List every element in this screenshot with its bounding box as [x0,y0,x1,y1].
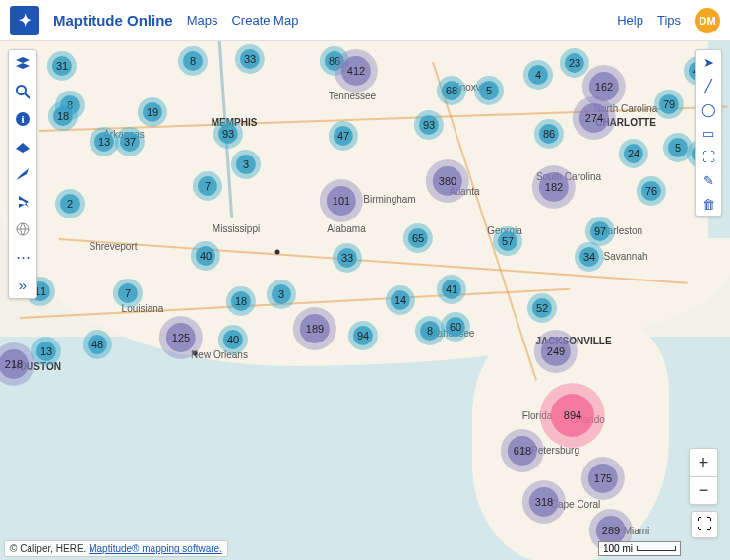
cluster-marker[interactable]: 52 [536,302,548,314]
app-header: ✦ Maptitude Online Maps Create Map Help … [0,0,730,41]
cluster-marker[interactable]: 65 [412,232,424,244]
cluster-marker[interactable]: 218 [5,358,23,370]
cluster-marker[interactable]: 249 [547,345,565,357]
info-icon[interactable]: i [9,105,36,133]
nav-tips[interactable]: Tips [657,13,681,28]
cluster-marker[interactable]: 19 [147,106,158,118]
cluster-marker[interactable]: 4 [535,69,541,81]
cluster-marker[interactable]: 7 [205,180,211,192]
expand-toolbar-icon[interactable]: » [9,271,36,298]
cluster-marker[interactable]: 23 [569,57,580,69]
cluster-marker[interactable]: 34 [583,251,595,263]
rect-draw-icon[interactable]: ▭ [696,121,721,145]
cluster-marker[interactable]: 189 [306,323,324,335]
cluster-marker[interactable]: 86 [543,128,555,140]
cluster-marker[interactable]: 93 [423,119,435,131]
cluster-marker[interactable]: 289 [602,525,620,536]
cluster-marker[interactable]: 97 [594,225,606,237]
search-icon[interactable] [9,78,36,105]
cluster-marker[interactable]: 318 [535,496,553,508]
cluster-marker[interactable]: 60 [450,321,461,333]
cluster-marker[interactable]: 162 [595,81,613,93]
zoom-controls: + − [689,448,718,505]
app-logo-icon: ✦ [10,6,39,35]
cluster-marker[interactable]: 8 [190,55,196,67]
zoom-in-button[interactable]: + [690,449,717,476]
app-title: Maptitude Online [53,12,173,29]
nav-create-map[interactable]: Create Map [231,13,298,28]
svg-text:i: i [21,113,24,125]
cluster-marker[interactable]: 68 [446,85,457,96]
cluster-marker[interactable]: 13 [40,345,52,357]
cluster-marker[interactable]: 76 [645,185,657,197]
cluster-marker[interactable]: 31 [56,60,68,72]
zoom-out-button[interactable]: − [690,476,717,504]
cluster-marker[interactable]: 274 [585,112,603,124]
cluster-marker[interactable]: 48 [91,339,103,350]
globe-icon[interactable] [9,216,36,243]
place-label: Shreveport [90,241,138,252]
cluster-marker[interactable]: 8 [427,325,433,337]
circle-draw-icon[interactable]: ◯ [696,97,721,121]
map-canvas[interactable]: TennesseeArkansasMEMPHISMississippiAlaba… [0,41,730,560]
cluster-marker[interactable]: 13 [98,136,110,148]
fullscreen-button[interactable]: ⛶ [691,511,718,538]
trash-icon[interactable]: 🗑 [696,192,721,216]
right-toolbar: ➤ ╱ ◯ ▭ ⛶ ✎ 🗑 [695,49,722,217]
cluster-marker[interactable]: 5 [486,85,492,96]
left-toolbar: i ⋯ » [8,49,37,299]
user-avatar[interactable]: DM [695,8,720,33]
cluster-marker[interactable]: 125 [172,332,190,343]
line-draw-icon[interactable]: ╱ [696,74,721,97]
cluster-marker[interactable]: 3 [278,288,284,300]
cluster-marker[interactable]: 37 [124,136,136,148]
cluster-marker[interactable]: 2 [67,198,73,210]
edit-draw-icon[interactable]: ✎ [696,168,721,192]
cluster-marker[interactable]: 41 [446,283,457,295]
map-point-marker [275,250,280,255]
attribution-link[interactable]: Maptitude® mapping software. [89,543,222,554]
draw-icon[interactable] [9,160,36,188]
place-label: Savannah [603,251,647,262]
cluster-marker[interactable]: 93 [222,128,234,140]
cluster-marker[interactable]: 40 [227,334,239,345]
cluster-marker[interactable]: 412 [347,65,365,77]
cluster-marker[interactable]: 14 [395,294,406,306]
pointer-icon[interactable]: ➤ [696,50,721,74]
cluster-marker[interactable]: 175 [594,472,612,484]
cluster-marker[interactable]: 57 [502,235,514,247]
place-label: Mississippi [213,223,260,234]
place-label: Birmingham [363,194,415,205]
cluster-marker[interactable]: 94 [357,330,369,342]
place-label: Alabama [327,223,365,234]
svg-line-1 [25,93,30,98]
nav-maps[interactable]: Maps [187,13,218,28]
layers-icon[interactable] [9,50,36,78]
cluster-marker[interactable]: 47 [337,130,349,142]
cluster-marker[interactable]: 182 [545,181,563,193]
svg-point-0 [17,86,26,94]
cluster-marker[interactable]: 24 [628,148,639,159]
cluster-marker[interactable]: 618 [514,445,531,457]
more-icon[interactable]: ⋯ [9,243,36,271]
cluster-marker[interactable]: 380 [439,175,456,187]
scale-bar: 100 mi [598,541,681,556]
crop-icon[interactable]: ⛶ [696,145,721,168]
cluster-marker[interactable]: 18 [235,295,247,307]
cluster-marker[interactable]: 7 [125,287,131,299]
nav-help[interactable]: Help [617,13,643,28]
share-icon[interactable] [9,188,36,216]
cluster-marker[interactable]: 33 [244,53,256,65]
basemap-icon[interactable] [9,133,36,160]
cluster-marker[interactable]: 894 [564,409,581,421]
scale-label: 100 mi [603,543,633,554]
attribution: © Caliper, HERE. Maptitude® mapping soft… [4,540,228,557]
cluster-marker[interactable]: 33 [341,252,353,264]
cluster-marker[interactable]: 5 [675,142,681,154]
cluster-marker[interactable]: 3 [243,158,249,170]
cluster-marker[interactable]: 101 [333,195,350,207]
cluster-marker[interactable]: 40 [200,250,212,262]
cluster-marker[interactable]: 79 [663,98,675,110]
cluster-marker[interactable]: 18 [57,110,69,122]
